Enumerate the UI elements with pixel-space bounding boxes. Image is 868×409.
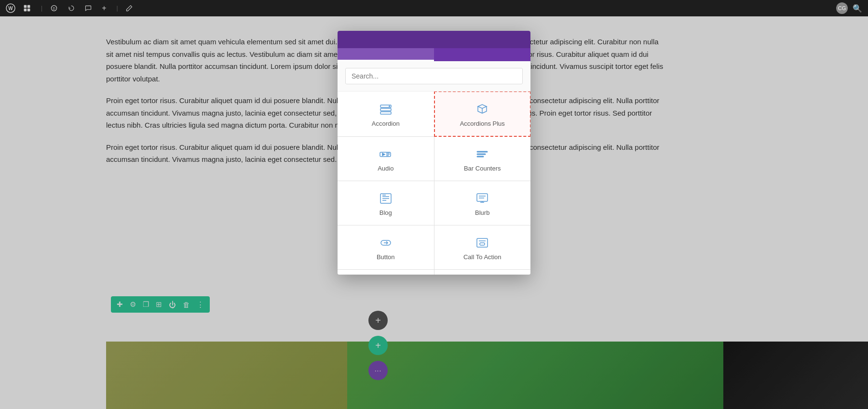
module-item-call-to-action[interactable]: Call To Action [434,225,531,269]
svg-rect-9 [380,108,391,111]
module-item-audio[interactable]: Audio [338,137,434,181]
accordion-label: Accordion [372,120,400,127]
blurb-icon [475,192,489,205]
module-item-code[interactable]: Code [434,270,531,275]
module-search-input[interactable] [345,68,523,84]
module-item-button[interactable]: Button [338,225,434,269]
audio-label: Audio [378,165,393,172]
svg-rect-27 [477,194,488,201]
divi-button[interactable]: D [50,4,60,12]
new-button[interactable]: + [102,4,108,13]
svg-rect-5 [27,9,30,12]
search-icon-button[interactable]: 🔍 [853,4,862,13]
svg-marker-15 [382,153,385,156]
svg-rect-3 [27,5,30,8]
call-to-action-icon [475,236,489,250]
divider-2: | [116,5,118,12]
bar-counters-label: Bar Counters [464,165,501,172]
admin-bar-right: CG 🔍 [831,2,862,14]
blog-label: Blog [380,209,392,216]
accordions-plus-icon [475,103,489,116]
my-sites-button[interactable] [23,4,33,12]
comments-button[interactable] [85,5,94,12]
module-item-blog[interactable]: Blog [338,181,434,225]
svg-rect-36 [480,243,485,245]
modal-tabs [338,48,530,61]
module-item-circle-counter[interactable]: 75% Circle Counter [338,270,434,275]
svg-text:D: D [53,6,55,11]
modal-search-area [338,61,530,92]
svg-rect-2 [24,5,27,8]
accordions-plus-label: Accordions Plus [460,120,505,127]
module-item-accordions-plus[interactable]: Accordions Plus [434,92,531,137]
svg-rect-10 [380,112,391,114]
insert-module-modal: Accordion Accordions Plus Audio [338,31,530,275]
wp-logo-button[interactable]: W [6,3,15,13]
accordion-icon [379,103,393,116]
bar-counters-icon [475,147,489,161]
module-grid: Accordion Accordions Plus Audio [338,92,530,275]
audio-icon [379,147,393,161]
module-item-bar-counters[interactable]: Bar Counters [434,137,531,181]
svg-text:W: W [8,6,13,11]
tab-add-from-library[interactable] [434,48,530,61]
svg-rect-4 [24,9,27,12]
tab-new-module[interactable] [338,48,434,61]
user-avatar[interactable]: CG [836,2,848,14]
button-icon [379,236,393,250]
admin-bar-left: W | D [6,3,824,13]
revisions-button[interactable] [68,5,77,12]
button-label: Button [377,253,395,261]
modal-header [338,31,530,48]
blog-icon [379,192,393,205]
blurb-label: Blurb [475,209,489,216]
admin-bar: W | D [0,0,868,16]
module-item-accordion[interactable]: Accordion [338,92,434,136]
divider-1: | [41,5,42,12]
call-to-action-label: Call To Action [463,253,502,261]
edit-page-button[interactable] [126,5,135,12]
module-item-blurb[interactable]: Blurb [434,181,531,225]
